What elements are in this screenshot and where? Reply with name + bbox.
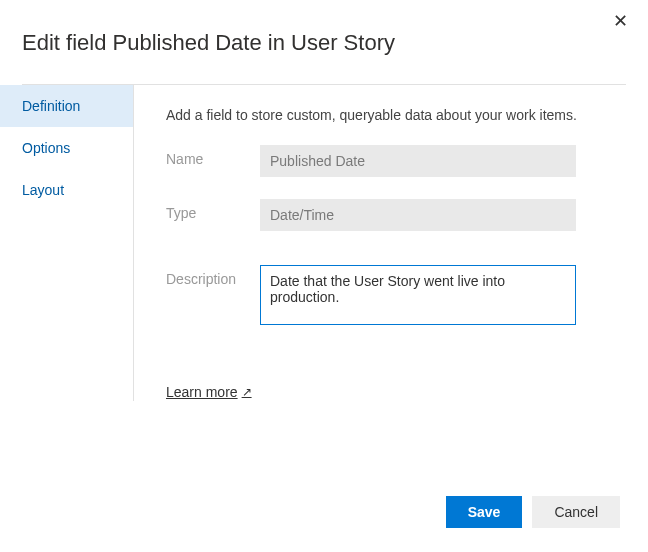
sidebar-item-label: Layout [22,182,64,198]
field-label-name: Name [166,145,260,167]
field-label-type: Type [166,199,260,221]
content-area: Definition Options Layout Add a field to… [0,85,648,401]
field-label-description: Description [166,265,260,287]
save-button[interactable]: Save [446,496,523,528]
learn-more-label: Learn more [166,384,238,400]
sidebar-item-label: Definition [22,98,80,114]
description-input[interactable] [260,265,576,325]
sidebar-item-layout[interactable]: Layout [0,169,133,211]
field-row-name: Name [166,145,624,177]
sidebar-item-options[interactable]: Options [0,127,133,169]
field-control [260,145,624,177]
intro-text: Add a field to store custom, queryable d… [166,107,624,123]
cancel-button[interactable]: Cancel [532,496,620,528]
type-input [260,199,576,231]
dialog-footer: Save Cancel [446,496,620,528]
field-row-description: Description [166,265,624,329]
main-panel: Add a field to store custom, queryable d… [134,85,648,401]
sidebar-item-definition[interactable]: Definition [0,85,133,127]
external-link-icon: ↗ [242,385,252,399]
field-row-type: Type [166,199,624,231]
close-icon[interactable]: ✕ [613,10,628,32]
sidebar: Definition Options Layout [0,85,134,401]
learn-more-row: Learn more ↗ [166,383,624,401]
name-input [260,145,576,177]
learn-more-link[interactable]: Learn more ↗ [166,384,252,400]
field-control [260,199,624,231]
field-control [260,265,624,329]
dialog-title: Edit field Published Date in User Story [0,0,648,84]
sidebar-item-label: Options [22,140,70,156]
